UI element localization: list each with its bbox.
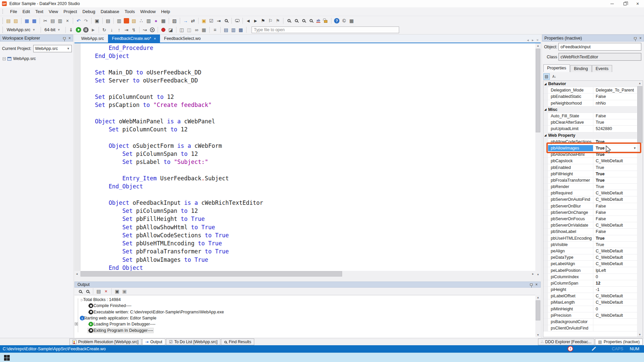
clear-output-icon[interactable]: × <box>103 288 109 295</box>
property-row[interactable]: psBackgroundColor <box>543 319 637 325</box>
output-line[interactable]: ----Exiting Program In Debugger---- <box>74 327 535 333</box>
open-file-icon[interactable]: ▨ <box>12 17 19 24</box>
tab-to-do-list-webapp-src[interactable]: ☑To Do List [WebApp.src] <box>166 339 220 345</box>
open-file-input[interactable] <box>252 26 399 33</box>
property-row[interactable]: pbEnabledTrue <box>543 164 637 171</box>
property-value[interactable]: False <box>593 203 637 209</box>
property-row[interactable]: puiUploadLimit5242880 <box>543 126 637 132</box>
sql-connection-icon[interactable]: ▤ <box>223 26 229 33</box>
property-value[interactable]: True <box>593 177 637 183</box>
property-value[interactable]: False <box>593 94 637 100</box>
paste-icon[interactable]: ▥ <box>57 17 63 24</box>
property-row[interactable]: psClientOnAutoFind <box>543 325 637 331</box>
property-row[interactable]: pbServerOnAutoFindC_WebDefault <box>543 196 637 203</box>
view-grid-icon[interactable]: ▦ <box>348 17 355 24</box>
toggle-breakpoint-icon[interactable] <box>160 26 167 33</box>
categorized-icon[interactable]: ▤ <box>543 73 550 80</box>
autos-window-icon[interactable]: ∞ <box>193 26 200 33</box>
property-row[interactable]: pbRequiredC_WebDefault <box>543 190 637 196</box>
clear-bookmarks-icon[interactable]: ⚐ <box>267 17 274 24</box>
next-bookmark-icon[interactable]: ► <box>252 17 259 24</box>
tab-find-results[interactable]: Find Results <box>221 339 254 345</box>
pin-icon[interactable] <box>634 37 637 39</box>
pin-icon[interactable] <box>63 37 66 39</box>
property-row[interactable]: peDataTypeC_WebDefault <box>543 254 637 261</box>
output-line[interactable]: ▷Total Blocks : 14984 <box>74 297 535 303</box>
code-comment-icon[interactable] <box>234 17 240 24</box>
property-row[interactable]: peLabelPositionlpLeft <box>543 267 637 274</box>
splitter[interactable] <box>74 277 541 282</box>
output-vertical-scrollbar[interactable]: ▲ ▼ <box>535 295 541 337</box>
property-row[interactable]: piLabelOffsetC_WebDefault <box>543 293 637 299</box>
menu-database[interactable]: Database <box>98 8 122 15</box>
record-macro-icon[interactable]: ▣ <box>94 17 100 24</box>
tab-events[interactable]: Events <box>592 65 612 72</box>
property-row[interactable]: piHeight-1 <box>543 287 637 293</box>
property-value[interactable]: C_WebDefault <box>593 190 637 196</box>
property-row[interactable]: pbUseHTMLEncodingTrue <box>543 235 637 242</box>
run-to-cursor-icon[interactable]: ⇥ <box>123 26 130 33</box>
property-value[interactable]: C_WebDefault <box>593 293 637 299</box>
property-row[interactable]: piMaxLengthC_WebDefault <box>543 299 637 306</box>
step-into-icon[interactable]: ↓ <box>108 26 115 33</box>
tab-feedbackcreate-wo[interactable]: FeedbackCreate.wo*× <box>108 35 160 43</box>
goto-definition-icon[interactable]: → <box>182 17 189 24</box>
property-value[interactable] <box>593 325 637 331</box>
color-palette-icon[interactable]: ● <box>153 17 159 24</box>
sort-alphabetical-icon[interactable]: A↓ <box>551 73 557 80</box>
tab-ddo-explorer-feedbac[interactable]: ∴DDO Explorer [Feedbac... <box>538 339 595 345</box>
restart-icon[interactable]: ↻ <box>101 26 108 33</box>
find-prev-icon[interactable] <box>77 288 84 295</box>
object-browser-icon[interactable]: ∴ <box>138 17 145 24</box>
step-over-icon[interactable]: ↯ <box>130 26 137 33</box>
code-editor[interactable]: End_Procedure End_Object Set Main_DD to … <box>74 43 535 271</box>
property-value[interactable]: -1 <box>593 287 637 293</box>
property-row[interactable]: peNeighborhoodnhNo <box>543 100 637 107</box>
dataflex-studio-icon[interactable] <box>123 17 130 24</box>
menu-window[interactable]: Window <box>138 8 158 15</box>
sidebar-item-webapp-src[interactable]: WebApp.src <box>3 56 73 62</box>
menu-project[interactable]: Project <box>61 8 79 15</box>
property-category[interactable]: ◢Misc <box>543 107 637 113</box>
tab-output[interactable]: ⇥Output <box>142 339 165 345</box>
property-row[interactable]: piColumnIndex0 <box>543 274 637 280</box>
copy-visible-icon[interactable]: ▣ <box>121 288 128 295</box>
disable-bookmarks-icon[interactable]: ⚑ <box>274 17 281 24</box>
copy-line-icon[interactable]: ▤ <box>95 288 102 295</box>
tab-close-icon[interactable]: × <box>536 38 539 43</box>
windows-start-button[interactable] <box>4 355 10 361</box>
tab-binding[interactable]: Binding <box>570 65 592 72</box>
property-category[interactable]: ◢Behavior <box>543 81 637 87</box>
output-line[interactable]: ----Loading Program In Debugger---- <box>74 321 535 327</box>
property-value[interactable]: True <box>593 164 637 170</box>
property-value[interactable]: True <box>593 242 637 248</box>
stop-debug-icon[interactable] <box>149 26 156 33</box>
menu-view[interactable]: View <box>46 8 61 15</box>
property-value[interactable]: Delegate_To_Parent <box>593 87 637 93</box>
redo-icon[interactable]: ↷ <box>83 17 89 24</box>
object-name-field[interactable] <box>558 43 641 51</box>
property-row[interactable]: piColumnSpan12 <box>543 280 637 287</box>
menu-help[interactable]: Help <box>158 8 173 15</box>
find-next-icon[interactable] <box>84 288 91 295</box>
close-icon[interactable]: × <box>154 37 156 41</box>
save-all-icon[interactable]: ▩ <box>31 17 38 24</box>
help-icon[interactable]: ? <box>333 17 340 24</box>
property-value[interactable]: C_WebDefault <box>593 299 637 305</box>
error-list-icon[interactable]: ▣ <box>201 17 207 24</box>
property-row[interactable]: peAlignC_WebDefault <box>543 248 637 254</box>
property-value[interactable]: False <box>593 113 637 119</box>
todo-list-icon[interactable]: ☑ <box>208 17 215 24</box>
pin-icon[interactable] <box>530 284 533 286</box>
replace-icon[interactable]: ab <box>315 17 322 24</box>
tab-properties-inactive[interactable]: ▤Properties (Inactive) <box>595 339 643 345</box>
minimize-button[interactable] <box>606 0 619 7</box>
sync-icon[interactable]: ⇄ <box>190 17 196 24</box>
menu-file[interactable]: File <box>7 8 20 15</box>
close-button[interactable]: × <box>631 0 644 7</box>
breakpoint-list-icon[interactable]: ◪ <box>167 26 174 33</box>
tab-properties[interactable]: Properties <box>543 64 570 72</box>
property-value[interactable]: nhNo <box>593 100 637 106</box>
property-value[interactable]: True <box>593 119 637 125</box>
property-row[interactable]: Delegation_ModeDelegate_To_Parent <box>543 87 637 94</box>
